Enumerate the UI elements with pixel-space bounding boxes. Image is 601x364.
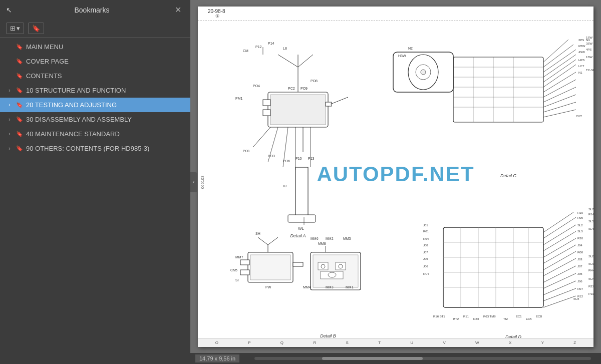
sidebar-item-label: 20 TESTING AND ADJUSTING bbox=[26, 101, 186, 109]
svg-rect-80 bbox=[250, 255, 290, 280]
svg-line-132 bbox=[543, 296, 576, 307]
svg-rect-32 bbox=[295, 167, 308, 217]
svg-text:J05: J05 bbox=[577, 272, 582, 275]
expand-arrow-icon: › bbox=[6, 131, 13, 137]
svg-rect-83 bbox=[293, 262, 303, 266]
ruler-mark-o: O bbox=[215, 340, 218, 345]
svg-line-85 bbox=[258, 237, 268, 245]
scroll-thumb[interactable] bbox=[322, 357, 423, 360]
svg-text:IU: IU bbox=[283, 184, 286, 188]
svg-text:MM7: MM7 bbox=[235, 255, 243, 259]
scroll-bar[interactable] bbox=[254, 357, 591, 360]
ruler-mark-t: T bbox=[378, 340, 381, 345]
sidebar-item-testing[interactable]: › 🔖 20 TESTING AND ADJUSTING bbox=[0, 98, 190, 112]
svg-text:J06: J06 bbox=[577, 280, 582, 283]
ruler-mark-r: R bbox=[313, 340, 316, 345]
sidebar-title: Bookmarks bbox=[74, 6, 109, 14]
sidebar-item-label: 30 DISASSEMBLY AND ASSEMBLY bbox=[26, 116, 186, 123]
svg-text:CM: CM bbox=[243, 49, 248, 53]
svg-rect-82 bbox=[240, 270, 249, 275]
svg-text:R11: R11 bbox=[463, 315, 469, 318]
svg-text:R5W: R5W bbox=[578, 45, 585, 48]
list-view-button[interactable]: ⊞ ▾ bbox=[6, 23, 24, 34]
svg-text:CN5: CN5 bbox=[230, 268, 237, 272]
close-button[interactable]: ✕ bbox=[172, 4, 184, 16]
svg-line-86 bbox=[268, 237, 278, 245]
svg-text:PC2: PC2 bbox=[288, 87, 295, 90]
page-ruler: O P Q R S T U V W X Y Z bbox=[198, 338, 593, 347]
svg-rect-4 bbox=[263, 110, 270, 116]
sidebar-item-disassembly[interactable]: › 🔖 30 DISASSEMBLY AND ASSEMBLY bbox=[0, 112, 190, 127]
svg-text:SI: SI bbox=[235, 278, 239, 282]
svg-text:WL: WL bbox=[298, 226, 305, 231]
sidebar-item-others[interactable]: › 🔖 90 OTHERS: CONTENTS (FOR HD985-3) bbox=[0, 141, 190, 156]
bookmark-marker-icon: 🔖 bbox=[16, 102, 23, 108]
svg-text:Detail D: Detail D bbox=[505, 334, 522, 338]
svg-text:RH4: RH4 bbox=[588, 269, 593, 272]
ruler-marks: O P Q R S T U V W X Y Z bbox=[200, 340, 591, 345]
svg-text:MM4: MM4 bbox=[303, 285, 311, 289]
svg-rect-97 bbox=[318, 262, 328, 270]
bookmark-list: 🔖 MAIN MENU 🔖 COVER PAGE 🔖 CONTENTS › 🔖 … bbox=[0, 38, 190, 364]
svg-line-130 bbox=[543, 281, 576, 295]
svg-text:MM3: MM3 bbox=[326, 285, 334, 289]
svg-text:066103: 066103 bbox=[200, 175, 205, 189]
sidebar-item-main-menu[interactable]: 🔖 MAIN MENU bbox=[0, 40, 190, 54]
svg-text:SU3: SU3 bbox=[588, 255, 593, 258]
svg-line-51 bbox=[543, 60, 576, 82]
svg-text:SL2: SL2 bbox=[577, 224, 583, 227]
ruler-mark-x: X bbox=[509, 340, 511, 345]
expand-arrow-icon: › bbox=[6, 117, 13, 122]
sidebar-item-cover-page[interactable]: 🔖 COVER PAGE bbox=[0, 54, 190, 69]
svg-text:SL7: SL7 bbox=[588, 208, 593, 211]
detail-a-group: PC2 PO9 PO8 PO4 PO1 PO3 PO6 P10 P13 bbox=[235, 42, 348, 231]
svg-line-8 bbox=[298, 55, 313, 67]
sidebar-item-label: 40 MAINTENANCE STANDARD bbox=[26, 130, 186, 138]
svg-text:R63 TM8: R63 TM8 bbox=[483, 315, 496, 318]
svg-text:PM1: PM1 bbox=[235, 97, 243, 100]
sidebar-item-label: COVER PAGE bbox=[26, 58, 186, 65]
svg-rect-3 bbox=[263, 100, 270, 106]
svg-text:SL4: SL4 bbox=[588, 227, 593, 230]
ruler-mark-s: S bbox=[346, 340, 349, 345]
bookmark-marker-icon: 🔖 bbox=[16, 131, 23, 137]
list-icon: ⊞ bbox=[10, 25, 16, 32]
ruler-mark-v: V bbox=[443, 340, 445, 345]
svg-line-49 bbox=[543, 50, 576, 72]
svg-text:RU7: RU7 bbox=[423, 272, 430, 275]
sidebar-item-maintenance[interactable]: › 🔖 40 MAINTENANCE STANDARD bbox=[0, 127, 190, 141]
svg-line-48 bbox=[543, 45, 573, 67]
svg-text:EC1: EC1 bbox=[516, 315, 522, 318]
status-bar: 14,79 x 9,56 in bbox=[190, 353, 601, 364]
svg-text:4SW: 4SW bbox=[578, 51, 585, 54]
svg-rect-96 bbox=[313, 255, 358, 287]
bookmark-marker-icon: 🔖 bbox=[16, 73, 23, 79]
svg-text:TC-SR: TC-SR bbox=[586, 69, 593, 72]
sidebar-item-contents[interactable]: 🔖 CONTENTS bbox=[0, 69, 190, 83]
svg-text:2PS: 2PS bbox=[578, 39, 584, 42]
ruler-mark-y: Y bbox=[541, 340, 544, 345]
svg-text:PO8: PO8 bbox=[311, 79, 318, 83]
svg-line-128 bbox=[543, 266, 576, 282]
svg-text:LCT: LCT bbox=[578, 65, 584, 68]
svg-text:N1: N1 bbox=[578, 71, 582, 74]
sidebar-item-label: 90 OTHERS: CONTENTS (FOR HD985-3) bbox=[26, 145, 186, 152]
svg-point-75 bbox=[421, 70, 426, 75]
bookmark-marker-icon: 🔖 bbox=[16, 44, 23, 50]
svg-text:CVT: CVT bbox=[576, 115, 582, 118]
svg-text:EC5: EC5 bbox=[526, 317, 532, 320]
svg-rect-38 bbox=[453, 57, 543, 122]
svg-text:HPS: HPS bbox=[578, 59, 584, 62]
pdf-viewport[interactable]: 20-98-8 ① AUTOPDF.NET 066103 bbox=[190, 0, 601, 353]
bookmark-view-button[interactable]: 🔖 bbox=[28, 23, 44, 34]
sidebar-item-structure[interactable]: › 🔖 10 STRUCTURE AND FUNCTION bbox=[0, 83, 190, 98]
svg-text:R05: R05 bbox=[577, 216, 583, 219]
svg-text:MM6: MM6 bbox=[311, 237, 319, 240]
collapse-sidebar-button[interactable]: ‹ bbox=[190, 172, 197, 192]
svg-text:P13: P13 bbox=[308, 157, 315, 160]
sidebar-item-label: CONTENTS bbox=[26, 72, 186, 80]
svg-text:J04: J04 bbox=[577, 244, 582, 247]
svg-text:R04: R04 bbox=[423, 237, 429, 240]
svg-text:N2: N2 bbox=[408, 47, 413, 50]
svg-text:PO3: PO3 bbox=[268, 154, 275, 158]
